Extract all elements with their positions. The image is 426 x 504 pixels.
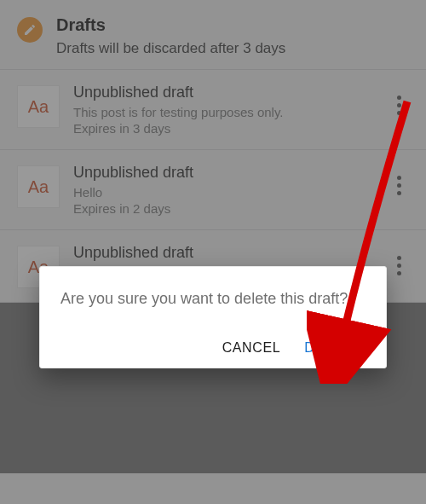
- modal-scrim: Are you sure you want to delete this dra…: [0, 0, 426, 504]
- delete-button[interactable]: DELETE: [304, 340, 360, 356]
- confirm-delete-dialog: Are you sure you want to delete this dra…: [39, 266, 387, 368]
- cancel-button[interactable]: CANCEL: [222, 340, 281, 356]
- dialog-message: Are you sure you want to delete this dra…: [60, 287, 366, 310]
